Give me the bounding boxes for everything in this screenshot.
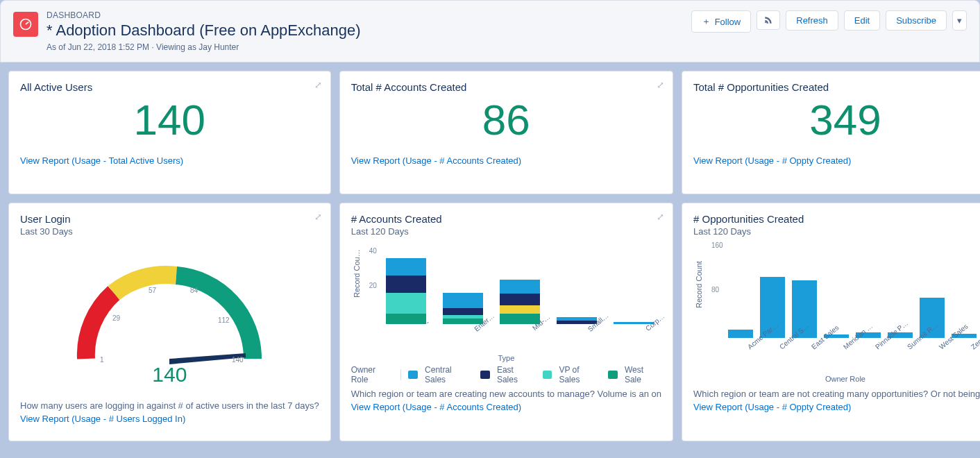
card-caption: How many users are logging in against # … [20, 400, 319, 411]
metric-value: 349 [693, 99, 980, 142]
more-actions-button[interactable]: ▾ [952, 10, 967, 31]
page-title: * Adoption Dashboard (Free on AppExchang… [47, 22, 361, 40]
dashboard-header: DASHBOARD * Adoption Dashboard (Free on … [0, 0, 980, 62]
dashboard-grid: ⤢ All Active Users 140 View Report (Usag… [0, 62, 980, 450]
view-report-link[interactable]: View Report (Usage - # Oppty Created) [693, 402, 980, 412]
svg-text:29: 29 [112, 314, 121, 322]
x-axis-label: Type [351, 354, 661, 362]
edit-button[interactable]: Edit [844, 10, 880, 31]
plus-icon: ＋ [702, 15, 711, 28]
bar-col [500, 280, 540, 324]
legend-label: Central Sales [425, 365, 473, 384]
breadcrumb: DASHBOARD [47, 10, 361, 20]
legend-swatch [608, 371, 618, 379]
card-title: # Accounts Created [351, 213, 661, 225]
card-subtitle: Last 120 Days [693, 226, 980, 237]
subscribe-button[interactable]: Subscribe [886, 10, 947, 31]
card-caption: Which region or team are not creating ma… [693, 389, 980, 399]
card-oppty-chart: ⤢ # Opportunities Created Last 120 Days … [682, 203, 980, 441]
legend-title: Owner Role [351, 365, 394, 384]
card-subtitle: Last 120 Days [351, 226, 661, 237]
legend-swatch [543, 371, 552, 379]
svg-text:57: 57 [149, 287, 157, 294]
legend-swatch [408, 371, 418, 379]
card-subtitle: Last 30 Days [20, 226, 319, 237]
y-tick: 160 [711, 241, 723, 249]
view-report-link[interactable]: View Report (Usage - # Accounts Created) [351, 402, 661, 412]
bar-chart: Record Count 80 160 Acme Par… Central S… [693, 241, 980, 383]
legend: Owner Role Central Sales East Sales VP o… [351, 365, 661, 384]
follow-button[interactable]: ＋ Follow [691, 10, 752, 33]
dashboard-icon [13, 12, 38, 37]
card-oppty-total: ⤢ Total # Opportunities Created 349 View… [682, 71, 980, 194]
expand-icon[interactable]: ⤢ [657, 212, 664, 222]
svg-text:140: 140 [232, 356, 244, 364]
follow-label: Follow [715, 17, 741, 27]
stacked-bar-chart: Record Cou… 20 40 [351, 241, 661, 362]
card-title: Total # Opportunities Created [693, 81, 980, 93]
svg-text:1: 1 [100, 356, 104, 364]
expand-icon[interactable]: ⤢ [314, 212, 322, 222]
legend-label: West Sale [625, 365, 661, 384]
bar [728, 330, 753, 338]
card-title: Total # Accounts Created [351, 81, 661, 93]
legend-swatch [480, 371, 490, 379]
bar-col [443, 293, 483, 324]
title-area: DASHBOARD * Adoption Dashboard (Free on … [13, 10, 361, 52]
view-report-link[interactable]: View Report (Usage - # Accounts Created) [351, 155, 661, 166]
view-report-link[interactable]: View Report (Usage - # Users Logged In) [20, 414, 319, 424]
chevron-down-icon: ▾ [957, 15, 962, 26]
card-title: All Active Users [20, 81, 319, 93]
expand-icon[interactable]: ⤢ [657, 80, 664, 90]
x-axis-label: Owner Role [693, 375, 980, 383]
y-tick: 40 [369, 247, 377, 255]
card-active-users: ⤢ All Active Users 140 View Report (Usag… [8, 71, 331, 194]
view-report-link[interactable]: View Report (Usage - Total Active Users) [20, 155, 319, 166]
y-tick: 20 [369, 282, 377, 289]
feed-icon-button[interactable] [757, 10, 780, 30]
legend-label: East Sales [497, 365, 536, 384]
svg-text:112: 112 [218, 316, 230, 324]
legend-label: VP of Sales [559, 365, 601, 384]
metric-value: 86 [351, 99, 661, 142]
gauge: 1 29 57 84 112 140 [20, 241, 319, 373]
view-report-link[interactable]: View Report (Usage - # Oppty Created) [693, 155, 980, 166]
svg-text:84: 84 [190, 287, 198, 294]
card-caption: Which region or team are creating new ac… [351, 389, 661, 399]
card-accounts-chart: ⤢ # Accounts Created Last 120 Days Recor… [339, 203, 673, 441]
metric-value: 140 [20, 99, 319, 142]
page-meta: As of Jun 22, 2018 1:52 PM · Viewing as … [47, 42, 361, 52]
card-title: # Opportunities Created [693, 213, 980, 225]
refresh-button[interactable]: Refresh [786, 10, 838, 31]
header-actions: ＋ Follow Refresh Edit Subscribe ▾ [691, 10, 967, 33]
bar-col [386, 258, 426, 324]
card-accounts-total: ⤢ Total # Accounts Created 86 View Repor… [339, 71, 673, 194]
card-user-login: ⤢ User Login Last 30 Days 1 29 57 84 112 [8, 203, 331, 441]
y-tick: 80 [711, 286, 719, 294]
expand-icon[interactable]: ⤢ [314, 80, 322, 90]
dashboard-page: DASHBOARD * Adoption Dashboard (Free on … [0, 0, 980, 458]
card-title: User Login [20, 213, 319, 225]
